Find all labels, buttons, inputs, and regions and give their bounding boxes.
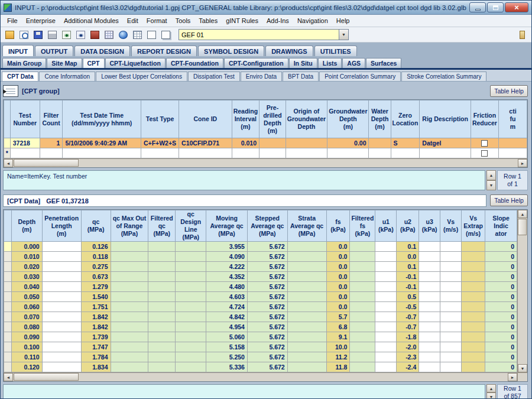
cell[interactable]: [42, 332, 81, 342]
menu-item-tables[interactable]: Tables: [194, 15, 222, 26]
cpt-data-key-field[interactable]: [CPT Data] GEF 01,37218: [3, 194, 486, 207]
cell[interactable]: [287, 312, 326, 322]
cell[interactable]: [176, 242, 206, 252]
cell[interactable]: 4.603: [206, 292, 248, 302]
cell[interactable]: [462, 272, 485, 282]
tab-cpt-configuration[interactable]: CPT-Configuration: [224, 58, 288, 68]
group-form-icon[interactable]: [3, 85, 18, 97]
column-header[interactable]: Test Type: [141, 100, 179, 138]
memo-scroll-down-icon[interactable]: ▼: [486, 392, 496, 398]
cell[interactable]: [462, 342, 485, 352]
cell[interactable]: 0.100: [11, 342, 42, 352]
column-header[interactable]: Filter Count: [40, 100, 63, 138]
tab-lists[interactable]: Lists: [318, 58, 342, 68]
cell[interactable]: [420, 148, 471, 158]
cell[interactable]: [176, 312, 206, 322]
memo-scroll-down-icon[interactable]: ▼: [486, 180, 496, 190]
cell[interactable]: [287, 362, 326, 372]
cell[interactable]: 0.275: [81, 262, 111, 272]
copy-document-button[interactable]: [160, 29, 172, 41]
print-preview-button[interactable]: [18, 29, 30, 41]
cell[interactable]: [63, 148, 141, 158]
cell[interactable]: [111, 292, 148, 302]
cell[interactable]: [375, 352, 397, 362]
cell[interactable]: [259, 148, 286, 158]
menu-item-add-ins[interactable]: Add-Ins: [262, 15, 293, 26]
cell[interactable]: [350, 332, 375, 342]
tab-point-correlation-summary[interactable]: Point Correlation Summary: [319, 72, 401, 81]
tab-drawings[interactable]: DRAWINGS: [265, 46, 313, 56]
tab-data-design[interactable]: DATA DESIGN: [74, 46, 130, 56]
exit-door-button[interactable]: [516, 29, 528, 41]
tab-cpt-liquefaction[interactable]: CPT-Liquefaction: [105, 58, 166, 68]
cell[interactable]: [111, 362, 148, 372]
cell[interactable]: [462, 332, 485, 342]
vscroll-thumb[interactable]: [518, 219, 527, 235]
cell[interactable]: [419, 342, 440, 352]
cell[interactable]: [287, 352, 326, 362]
cell[interactable]: -1.8: [397, 332, 419, 342]
menu-item-navigation[interactable]: Navigation: [293, 15, 332, 26]
cell[interactable]: 5.672: [247, 242, 287, 252]
column-header[interactable]: Reading Interval (m): [232, 100, 259, 138]
tab-cpt-data[interactable]: CPT Data: [2, 72, 38, 81]
cell[interactable]: 0.0: [326, 242, 350, 252]
cell[interactable]: [42, 312, 81, 322]
cell[interactable]: [471, 138, 498, 148]
cell[interactable]: [419, 252, 440, 262]
cell[interactable]: 5.672: [247, 282, 287, 292]
cell[interactable]: 0.1: [397, 262, 419, 272]
cell[interactable]: [287, 332, 326, 342]
cell[interactable]: 1.751: [81, 302, 111, 312]
cell[interactable]: [419, 262, 440, 272]
cell[interactable]: [375, 302, 397, 312]
cell[interactable]: [419, 302, 440, 312]
new-row-selector[interactable]: *: [4, 148, 11, 158]
cell[interactable]: 0: [485, 302, 517, 312]
cell[interactable]: 1.842: [81, 322, 111, 332]
cell[interactable]: 0.118: [81, 252, 111, 262]
column-header[interactable]: Pre-drilled Depth (m): [259, 100, 286, 138]
tab-stroke-correlation-summary[interactable]: Stroke Correlation Summary: [401, 72, 486, 81]
cell[interactable]: 5.672: [247, 252, 287, 262]
cell[interactable]: [375, 362, 397, 372]
cell[interactable]: [440, 282, 462, 292]
cell[interactable]: [440, 242, 462, 252]
cell[interactable]: [440, 262, 462, 272]
cell[interactable]: 0.080: [11, 322, 42, 332]
cell[interactable]: [259, 138, 286, 148]
calculator-button[interactable]: [103, 29, 115, 41]
cell[interactable]: [375, 342, 397, 352]
menu-item-additional-modules[interactable]: Additional Modules: [60, 15, 123, 26]
cell[interactable]: [42, 282, 81, 292]
cell[interactable]: [176, 272, 206, 282]
tab-output[interactable]: OUTPUT: [35, 46, 73, 56]
column-header[interactable]: Origin of Groundwater Depth: [286, 100, 327, 138]
cell[interactable]: 0: [485, 242, 517, 252]
cell[interactable]: 4.842: [206, 312, 248, 322]
cell[interactable]: [350, 342, 375, 352]
cell[interactable]: [287, 252, 326, 262]
tab-bpt-data[interactable]: BPT Data: [283, 72, 319, 81]
cell[interactable]: [440, 272, 462, 282]
scroll-left-icon[interactable]: ◄: [4, 159, 13, 167]
cell[interactable]: [462, 242, 485, 252]
cell[interactable]: -2.4: [397, 362, 419, 372]
globe-button[interactable]: [117, 29, 129, 41]
cell[interactable]: [42, 252, 81, 262]
cell[interactable]: C+F+W2+S: [141, 138, 179, 148]
cell[interactable]: [111, 262, 148, 272]
cell[interactable]: 9.1: [326, 332, 350, 342]
open-project-button[interactable]: [4, 29, 16, 41]
cell[interactable]: [148, 282, 176, 292]
cell[interactable]: 0.010: [232, 138, 259, 148]
cell[interactable]: 0: [485, 272, 517, 282]
hscroll-thumb[interactable]: [14, 373, 79, 381]
cell[interactable]: 0.0: [326, 252, 350, 262]
cell[interactable]: 11.8: [326, 362, 350, 372]
cell[interactable]: [232, 148, 259, 158]
column-header[interactable]: Friction Reducer: [471, 100, 498, 138]
cell[interactable]: [42, 342, 81, 352]
menu-item-format[interactable]: Format: [142, 15, 171, 26]
cell[interactable]: 0: [485, 352, 517, 362]
